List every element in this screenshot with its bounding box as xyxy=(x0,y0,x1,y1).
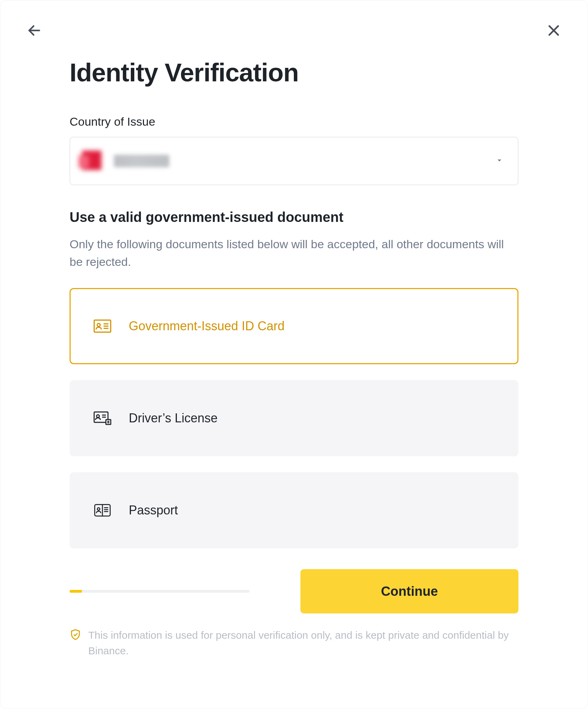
back-button[interactable] xyxy=(25,21,44,41)
chevron-down-icon xyxy=(495,156,504,166)
page-title: Identity Verification xyxy=(70,58,518,87)
svg-point-16 xyxy=(97,508,100,510)
document-option-license[interactable]: Driver’s License xyxy=(70,380,518,456)
document-option-gov-id[interactable]: Government-Issued ID Card xyxy=(70,288,518,364)
modal-content: Identity Verification Country of Issue U… xyxy=(25,58,563,658)
identity-verification-modal: Identity Verification Country of Issue U… xyxy=(0,0,588,709)
arrow-left-icon xyxy=(27,23,42,39)
document-section-subtitle: Only the following documents listed belo… xyxy=(70,235,518,271)
progress-fill xyxy=(70,590,82,593)
svg-point-4 xyxy=(97,323,100,326)
document-option-label: Government-Issued ID Card xyxy=(129,319,284,333)
document-option-passport[interactable]: Passport xyxy=(70,472,518,548)
drivers-license-icon xyxy=(93,409,112,428)
bottom-row: Continue xyxy=(70,569,518,613)
continue-button[interactable]: Continue xyxy=(300,569,518,613)
svg-rect-12 xyxy=(106,420,111,424)
id-card-icon xyxy=(93,316,112,336)
close-button[interactable] xyxy=(544,21,563,41)
close-icon xyxy=(546,23,561,39)
shield-check-icon xyxy=(70,627,81,645)
document-option-label: Driver’s License xyxy=(129,411,218,425)
country-name-redacted xyxy=(114,155,169,167)
document-option-label: Passport xyxy=(129,503,178,518)
country-select[interactable] xyxy=(70,137,518,185)
passport-icon xyxy=(93,501,112,520)
document-section-title: Use a valid government-issued document xyxy=(70,209,518,225)
disclaimer-text: This information is used for personal ve… xyxy=(88,627,518,658)
modal-top-bar xyxy=(25,21,563,41)
progress-bar xyxy=(70,590,250,593)
country-select-value xyxy=(79,149,169,173)
country-label: Country of Issue xyxy=(70,115,518,128)
svg-point-9 xyxy=(97,415,99,418)
flag-icon xyxy=(79,149,106,173)
disclaimer: This information is used for personal ve… xyxy=(70,627,518,658)
